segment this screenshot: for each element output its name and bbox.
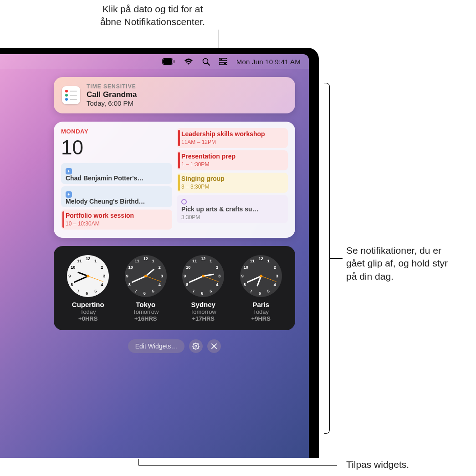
svg-rect-7 (219, 62, 227, 65)
notification-body: TIME SENSITIVE Call Grandma Today, 6:00 … (87, 83, 287, 107)
clock-face: 123456789101112 (125, 255, 167, 297)
close-button[interactable] (207, 339, 221, 353)
edit-widgets-button[interactable]: Edit Widgets… (128, 339, 185, 353)
calendar-event[interactable]: Leadership skills workshop11AM – 12PM (177, 128, 288, 148)
calendar-event[interactable]: ✦Chad Benjamin Potter's… (61, 163, 172, 184)
clock-day-label: Tomorrow (125, 308, 167, 315)
clock-face: 123456789101112 (182, 255, 224, 297)
callout-top: Klik på dato og tid for atåbne Notifikat… (77, 3, 228, 29)
calendar-event[interactable]: Singing group3 – 3:30PM (177, 173, 288, 193)
reminders-app-icon (62, 86, 80, 104)
calendar-event[interactable]: ✦Melody Cheung's Birthd… (61, 186, 172, 207)
calendar-event[interactable]: Pick up arts & crafts su…3:30PM (177, 195, 288, 223)
menubar: Mon Jun 10 9:41 AM (0, 54, 309, 69)
notification-tag: TIME SENSITIVE (87, 83, 287, 90)
svg-rect-5 (219, 58, 227, 61)
clock-city-label: Cupertino (67, 301, 109, 308)
notification-center: TIME SENSITIVE Call Grandma Today, 6:00 … (54, 77, 295, 353)
callout-right: Se notifikationer, du ergået glip af, og… (346, 244, 471, 283)
calendar-right-col: Leadership skills workshop11AM – 12PMPre… (177, 128, 288, 230)
clock-cupertino: 123456789101112CupertinoToday+0HRS (67, 255, 109, 322)
svg-line-4 (207, 63, 210, 65)
calendar-event[interactable]: Presentation prep1 – 1:30PM (177, 150, 288, 170)
callout-bottom: Tilpas widgets. (346, 458, 409, 471)
clock-face: 123456789101112 (240, 255, 282, 297)
screen: Mon Jun 10 9:41 AM TIME SENSITIVE Call G… (0, 54, 309, 458)
clock-city-label: Sydney (182, 301, 224, 308)
battery-icon[interactable] (162, 58, 175, 65)
notification-subtitle: Today, 6:00 PM (87, 99, 287, 107)
settings-gear-button[interactable] (189, 339, 203, 353)
clock-city-label: Paris (240, 301, 282, 308)
clock-face: 123456789101112 (67, 255, 109, 297)
clock-offset-label: +17HRS (182, 315, 224, 322)
clock-paris: 123456789101112ParisToday+9HRS (240, 255, 282, 322)
calendar-day-label: MONDAY (61, 128, 172, 135)
svg-point-8 (224, 63, 226, 65)
spotlight-icon[interactable] (202, 58, 210, 66)
notification-title: Call Grandma (87, 90, 287, 99)
clock-offset-label: +16HRS (125, 315, 167, 322)
clock-city-label: Tokyo (125, 301, 167, 308)
callout-line (138, 459, 139, 465)
control-center-icon[interactable] (219, 58, 227, 65)
clock-day-label: Today (67, 308, 109, 315)
clock-offset-label: +0HRS (67, 315, 109, 322)
calendar-left-col: MONDAY 10 ✦Chad Benjamin Potter's…✦Melod… (61, 128, 172, 230)
world-clock-widget[interactable]: 123456789101112CupertinoToday+0HRS123456… (54, 246, 295, 330)
calendar-day-number: 10 (61, 138, 172, 158)
clock-offset-label: +9HRS (240, 315, 282, 322)
laptop-frame: Mon Jun 10 9:41 AM TIME SENSITIVE Call G… (0, 48, 319, 458)
edit-widgets-row: Edit Widgets… (54, 339, 295, 353)
callout-line (138, 465, 337, 466)
svg-rect-2 (174, 60, 174, 63)
clock-sydney: 123456789101112SydneyTomorrow+17HRS (182, 255, 224, 322)
menubar-datetime[interactable]: Mon Jun 10 9:41 AM (236, 58, 301, 66)
calendar-event[interactable]: Portfolio work session10 – 10:30AM (61, 210, 172, 230)
calendar-widget[interactable]: MONDAY 10 ✦Chad Benjamin Potter's…✦Melod… (54, 122, 295, 238)
svg-rect-1 (163, 59, 172, 64)
clock-day-label: Today (240, 308, 282, 315)
clock-day-label: Tomorrow (182, 308, 224, 315)
notification-card[interactable]: TIME SENSITIVE Call Grandma Today, 6:00 … (54, 77, 295, 113)
callout-bracket (324, 83, 330, 434)
svg-point-6 (220, 59, 222, 61)
wifi-icon[interactable] (184, 58, 193, 65)
svg-point-10 (195, 345, 197, 347)
callout-line (330, 258, 343, 259)
clock-tokyo: 123456789101112TokyoTomorrow+16HRS (125, 255, 167, 322)
